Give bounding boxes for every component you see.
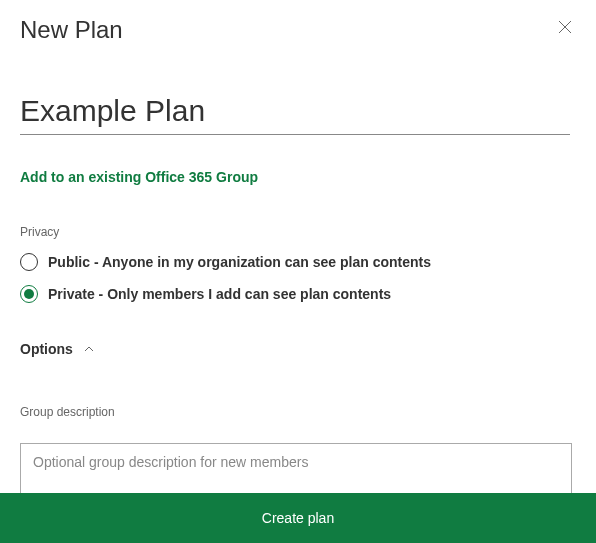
- privacy-section: Privacy Public - Anyone in my organizati…: [20, 225, 576, 303]
- close-button[interactable]: [554, 16, 576, 41]
- radio-dot: [24, 289, 34, 299]
- dialog-title: New Plan: [20, 16, 123, 44]
- options-toggle[interactable]: Options: [20, 341, 95, 357]
- options-label: Options: [20, 341, 73, 357]
- dialog-footer: Create plan: [0, 493, 596, 543]
- privacy-private-label: Private - Only members I add can see pla…: [48, 286, 391, 302]
- privacy-radio-group: Public - Anyone in my organization can s…: [20, 253, 576, 303]
- close-icon: [558, 20, 572, 34]
- plan-name-input[interactable]: [20, 86, 570, 135]
- create-plan-button[interactable]: Create plan: [0, 510, 596, 526]
- radio-icon: [20, 253, 38, 271]
- privacy-private-option[interactable]: Private - Only members I add can see pla…: [20, 285, 576, 303]
- radio-icon-selected: [20, 285, 38, 303]
- add-existing-group-link[interactable]: Add to an existing Office 365 Group: [20, 169, 576, 185]
- group-description-label: Group description: [20, 405, 576, 419]
- privacy-public-label: Public - Anyone in my organization can s…: [48, 254, 431, 270]
- privacy-label: Privacy: [20, 225, 576, 239]
- dialog-content: Add to an existing Office 365 Group Priv…: [0, 44, 596, 509]
- chevron-up-icon: [83, 343, 95, 355]
- privacy-public-option[interactable]: Public - Anyone in my organization can s…: [20, 253, 576, 271]
- dialog-header: New Plan: [0, 0, 596, 44]
